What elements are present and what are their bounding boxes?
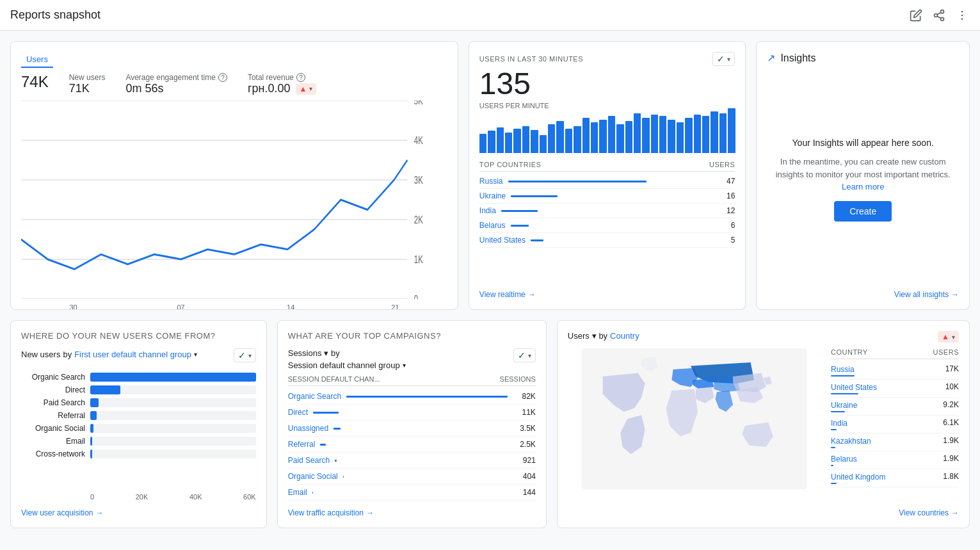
- campaigns-status-badge[interactable]: ✓ ▾: [513, 348, 536, 362]
- revenue-info-icon[interactable]: ?: [296, 73, 305, 82]
- more-icon[interactable]: [954, 8, 970, 23]
- dropdown-caret-icon[interactable]: ▾: [194, 351, 197, 358]
- page-title: Reports snapshot: [10, 8, 100, 22]
- ct-name[interactable]: Ukraine: [831, 401, 857, 410]
- channel-group-dropdown[interactable]: First user default channel group: [74, 350, 191, 359]
- country-name[interactable]: Russia: [479, 177, 503, 186]
- country-name[interactable]: Belarus: [479, 221, 506, 230]
- line-chart: 5K 4K 3K 2K 1K 0 30Apr 07May 14 21: [21, 101, 447, 299]
- users-from-status-badge[interactable]: ✓ ▾: [234, 348, 256, 362]
- view-all-insights-link[interactable]: View all insights →: [767, 285, 959, 299]
- revenue-warning-badge[interactable]: ▲ ▾: [296, 83, 317, 95]
- create-insights-button[interactable]: Create: [834, 201, 892, 222]
- avg-eng-info-icon[interactable]: ?: [218, 73, 227, 82]
- header: Reports snapshot: [0, 0, 980, 31]
- session-bar: [313, 412, 338, 414]
- ct-name[interactable]: Kazakhstan: [831, 437, 871, 446]
- ct-name[interactable]: Russia: [831, 365, 855, 374]
- mini-bar: [728, 108, 735, 153]
- ct-bar: [831, 393, 858, 394]
- country-cell: Ukraine: [831, 400, 857, 412]
- bar: [90, 373, 256, 382]
- view-user-acq-link[interactable]: View user acquisition →: [21, 501, 256, 517]
- mini-bar: [616, 124, 623, 153]
- learn-more-link[interactable]: Learn more: [842, 182, 884, 191]
- session-channel[interactable]: Referral: [288, 440, 316, 449]
- country-row: Belarus 6: [479, 218, 735, 233]
- svg-point-5: [961, 10, 963, 12]
- country-row: Ukraine 16: [479, 189, 735, 204]
- bar-wrap: [90, 437, 256, 446]
- mini-bar: [634, 113, 641, 153]
- country-cell: Belarus: [831, 454, 857, 466]
- session-dropdown-caret-icon[interactable]: ▾: [403, 362, 406, 369]
- svg-text:0: 0: [414, 293, 418, 299]
- country-cell: United Kingdom: [831, 472, 885, 484]
- edit-icon[interactable]: [908, 8, 924, 23]
- session-group-dropdown[interactable]: Session default channel group: [288, 360, 400, 370]
- ct-name[interactable]: India: [831, 419, 847, 428]
- check-icon: ✓: [717, 54, 725, 64]
- bar: [90, 437, 92, 446]
- country-table-row: Kazakhstan 1.9K: [831, 433, 959, 451]
- warning-caret-icon: ▾: [309, 85, 312, 92]
- session-channel[interactable]: Organic Social: [288, 472, 338, 481]
- ct-name[interactable]: United States: [831, 383, 877, 392]
- rt-sublabel: USERS PER MINUTE: [479, 102, 735, 109]
- svg-text:4K: 4K: [414, 134, 423, 147]
- tab-users[interactable]: Users: [21, 52, 53, 68]
- mini-bar: [668, 120, 675, 153]
- metric-new-users: New users 71K: [69, 73, 106, 95]
- users-col-label: USERS: [709, 161, 735, 168]
- session-row: Organic Search 82K: [288, 389, 536, 405]
- session-bar-wrap: [313, 412, 508, 414]
- session-channel[interactable]: Unassigned: [288, 424, 328, 433]
- session-row: Organic Social 404: [288, 469, 536, 485]
- country-count: 16: [719, 191, 735, 200]
- country-table-header: COUNTRY USERS: [831, 348, 959, 359]
- bar-label: Organic Social: [21, 424, 85, 433]
- session-channel[interactable]: Direct: [288, 408, 308, 417]
- x-label-2: 07May: [177, 303, 190, 310]
- view-traffic-acq-link[interactable]: View traffic acquisition →: [288, 501, 536, 517]
- rt-status-badge[interactable]: ✓ ▾: [712, 52, 735, 66]
- view-countries-link[interactable]: View countries →: [568, 503, 959, 517]
- map-warning-badge[interactable]: ▲ ▾: [938, 331, 959, 343]
- session-channel[interactable]: Paid Search: [288, 456, 330, 465]
- sessions-subtitle: Sessions ▾ by: [288, 348, 406, 358]
- bar-label: Organic Search: [21, 373, 85, 382]
- col-country-label: COUNTRY: [831, 348, 868, 356]
- country-group-dropdown[interactable]: Country: [610, 331, 639, 341]
- country-name[interactable]: India: [479, 206, 496, 215]
- mini-bar: [599, 120, 606, 153]
- session-bar: [312, 492, 313, 494]
- users-from-subtitle: New users by First user default channel …: [21, 350, 197, 359]
- session-bar-wrap: [343, 476, 508, 478]
- session-count: 3.5K: [513, 424, 536, 433]
- country-count: 5: [719, 236, 735, 245]
- ct-name[interactable]: United Kingdom: [831, 473, 885, 481]
- ct-val: 1.9K: [943, 454, 959, 466]
- rt-header: USERS IN LAST 30 MINUTES ✓ ▾: [479, 52, 735, 66]
- mini-bar: [694, 115, 701, 153]
- mini-bar: [531, 130, 538, 153]
- session-bar: [343, 476, 344, 478]
- country-name[interactable]: Ukraine: [479, 191, 506, 200]
- session-channel[interactable]: Email: [288, 488, 307, 497]
- check-icon: ✓: [238, 350, 246, 360]
- country-bar: [511, 225, 529, 227]
- session-channel[interactable]: Organic Search: [288, 392, 341, 401]
- country-name[interactable]: United States: [479, 236, 526, 245]
- session-bar-wrap: [320, 444, 507, 446]
- session-count: 82K: [513, 392, 536, 401]
- share-icon[interactable]: [931, 8, 947, 23]
- metric-revenue: Total revenue ? грн.0.00 ▲ ▾: [248, 73, 316, 95]
- country-bar: [531, 239, 543, 241]
- ct-val: 17K: [945, 364, 959, 376]
- realtime-card: USERS IN LAST 30 MINUTES ✓ ▾ 135 USERS P…: [469, 41, 746, 310]
- insights-trend-icon: ↗: [767, 52, 775, 64]
- view-realtime-link[interactable]: View realtime →: [479, 285, 735, 299]
- bar: [90, 424, 93, 433]
- arrow-right-icon: →: [528, 290, 536, 299]
- ct-name[interactable]: Belarus: [831, 455, 857, 464]
